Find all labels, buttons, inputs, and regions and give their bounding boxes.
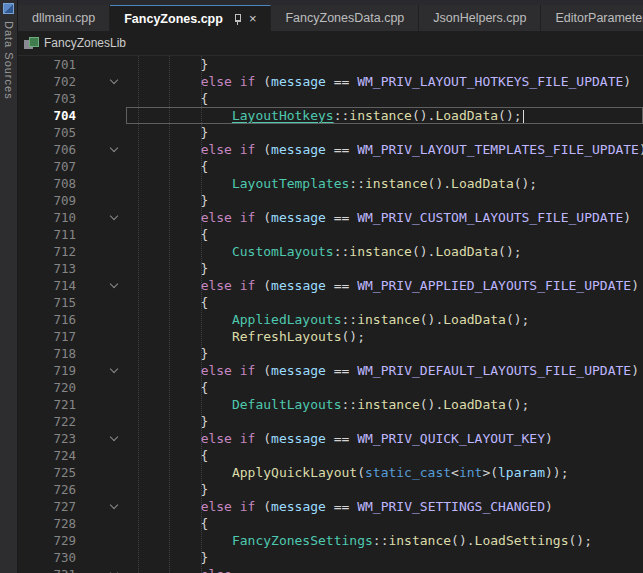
fold-margin — [76, 294, 126, 311]
fold-margin — [76, 464, 126, 481]
line-number: 730 — [18, 549, 76, 566]
code-line[interactable]: 721 DefaultLayouts::instance().LoadData(… — [18, 396, 643, 413]
code-line[interactable]: 715 { — [18, 294, 643, 311]
tab-label: JsonHelpers.cpp — [433, 11, 526, 25]
code-line[interactable]: 718 } — [18, 345, 643, 362]
code-text: else if (message == WM_PRIV_LAYOUT_HOTKE… — [126, 73, 643, 90]
fold-margin — [76, 158, 126, 175]
code-line[interactable]: 724 { — [18, 447, 643, 464]
code-text: } — [126, 56, 643, 73]
code-line[interactable]: 706 else if (message == WM_PRIV_LAYOUT_T… — [18, 141, 643, 158]
code-text: LayoutTemplates::instance().LoadData(); — [126, 175, 643, 192]
code-line[interactable]: 731 else — [18, 566, 643, 573]
line-number: 704 — [18, 107, 76, 124]
line-number: 726 — [18, 481, 76, 498]
vs-window: Data Sources dllmain.cppFancyZones.cpp×F… — [0, 0, 643, 573]
line-number: 720 — [18, 379, 76, 396]
code-line[interactable]: 710 else if (message == WM_PRIV_CUSTOM_L… — [18, 209, 643, 226]
code-line[interactable]: 713 } — [18, 260, 643, 277]
project-name[interactable]: FancyZonesLib — [44, 36, 126, 50]
code-line[interactable]: 729 FancyZonesSettings::instance().LoadS… — [18, 532, 643, 549]
code-text: { — [126, 447, 643, 464]
line-number: 728 — [18, 515, 76, 532]
code-text: } — [126, 549, 643, 566]
line-number: 701 — [18, 56, 76, 73]
code-text: ApplyQuickLayout(static_cast<int>(lparam… — [126, 464, 643, 481]
code-text: { — [126, 90, 643, 107]
code-line[interactable]: 712 CustomLayouts::instance().LoadData()… — [18, 243, 643, 260]
line-number: 721 — [18, 396, 76, 413]
code-line[interactable]: 704 LayoutHotkeys::instance().LoadData()… — [18, 107, 643, 124]
code-line[interactable]: 709 } — [18, 192, 643, 209]
fold-margin — [76, 447, 126, 464]
fold-toggle[interactable] — [76, 362, 126, 379]
pin-icon[interactable] — [232, 13, 242, 25]
code-line[interactable]: 730 } — [18, 549, 643, 566]
tab-label: FancyZones.cpp — [124, 12, 223, 26]
close-icon[interactable]: × — [249, 12, 257, 25]
code-line[interactable]: 705 } — [18, 124, 643, 141]
line-number: 715 — [18, 294, 76, 311]
code-text: else — [126, 566, 643, 573]
code-text: else if (message == WM_PRIV_CUSTOM_LAYOU… — [126, 209, 643, 226]
line-number: 702 — [18, 73, 76, 90]
code-line[interactable]: 714 else if (message == WM_PRIV_APPLIED_… — [18, 277, 643, 294]
code-text: } — [126, 124, 643, 141]
line-number: 713 — [18, 260, 76, 277]
code-text: CustomLayouts::instance().LoadData(); — [126, 243, 643, 260]
fold-margin — [76, 515, 126, 532]
fold-toggle[interactable] — [76, 73, 126, 90]
fold-margin — [76, 481, 126, 498]
fold-margin — [76, 56, 126, 73]
chevron-down-icon — [110, 365, 118, 373]
line-number: 724 — [18, 447, 76, 464]
code-text: } — [126, 413, 643, 430]
sidebar-tab-data-sources[interactable]: Data Sources — [3, 21, 15, 100]
code-line[interactable]: 722 } — [18, 413, 643, 430]
fold-toggle[interactable] — [76, 566, 126, 573]
tab-JsonHelpers.cpp[interactable]: JsonHelpers.cpp — [419, 5, 541, 31]
fold-margin — [76, 379, 126, 396]
code-line[interactable]: 720 { — [18, 379, 643, 396]
code-line[interactable]: 702 else if (message == WM_PRIV_LAYOUT_H… — [18, 73, 643, 90]
tab-label: FancyZonesData.cpp — [285, 11, 404, 25]
code-text: } — [126, 345, 643, 362]
code-line[interactable]: 717 RefreshLayouts(); — [18, 328, 643, 345]
line-number: 729 — [18, 532, 76, 549]
text-cursor — [523, 110, 524, 123]
code-text: { — [126, 226, 643, 243]
code-text: { — [126, 158, 643, 175]
tab-EditorParameters[interactable]: EditorParameters — [541, 5, 643, 31]
code-line[interactable]: 728 { — [18, 515, 643, 532]
code-text: else if (message == WM_PRIV_SETTINGS_CHA… — [126, 498, 643, 515]
line-number: 706 — [18, 141, 76, 158]
code-line[interactable]: 703 { — [18, 90, 643, 107]
code-line[interactable]: 711 { — [18, 226, 643, 243]
line-number: 731 — [18, 566, 76, 573]
code-line[interactable]: 723 else if (message == WM_PRIV_QUICK_LA… — [18, 430, 643, 447]
code-line[interactable]: 716 AppliedLayouts::instance().LoadData(… — [18, 311, 643, 328]
tab-FancyZones.cpp[interactable]: FancyZones.cpp× — [110, 5, 271, 31]
code-line[interactable]: 701 } — [18, 56, 643, 73]
code-line[interactable]: 726 } — [18, 481, 643, 498]
code-line[interactable]: 727 else if (message == WM_PRIV_SETTINGS… — [18, 498, 643, 515]
fold-toggle[interactable] — [76, 209, 126, 226]
fold-margin — [76, 413, 126, 430]
project-icon — [24, 37, 38, 50]
code-line[interactable]: 708 LayoutTemplates::instance().LoadData… — [18, 175, 643, 192]
fold-toggle[interactable] — [76, 430, 126, 447]
tab-dllmain.cpp[interactable]: dllmain.cpp — [18, 5, 110, 31]
fold-toggle[interactable] — [76, 277, 126, 294]
tab-label: dllmain.cpp — [32, 11, 95, 25]
code-editor[interactable]: 701 }702 else if (message == WM_PRIV_LAY… — [18, 56, 643, 573]
code-text: else if (message == WM_PRIV_DEFAULT_LAYO… — [126, 362, 643, 379]
tab-FancyZonesData.cpp[interactable]: FancyZonesData.cpp — [271, 5, 419, 31]
code-line[interactable]: 707 { — [18, 158, 643, 175]
code-text: LayoutHotkeys::instance().LoadData(); — [126, 107, 643, 124]
code-line[interactable]: 725 ApplyQuickLayout(static_cast<int>(lp… — [18, 464, 643, 481]
fold-toggle[interactable] — [76, 498, 126, 515]
tab-label: EditorParameters — [555, 11, 643, 25]
fold-margin — [76, 260, 126, 277]
fold-toggle[interactable] — [76, 141, 126, 158]
code-line[interactable]: 719 else if (message == WM_PRIV_DEFAULT_… — [18, 362, 643, 379]
